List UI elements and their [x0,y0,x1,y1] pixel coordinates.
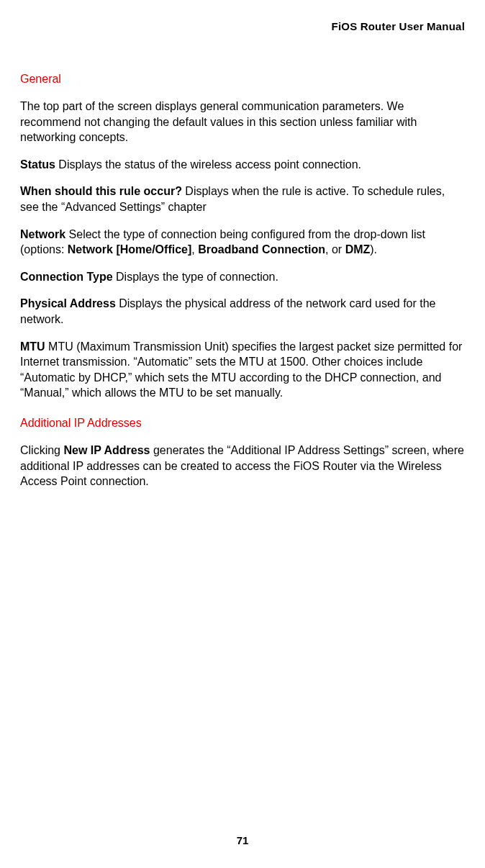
addip-text-1: Clicking [20,444,63,456]
when-label: When should this rule occur? [20,185,182,197]
network-bold-1: Network [Home/Office] [68,243,191,256]
network-label: Network [20,228,65,240]
section-heading-additional-ip: Additional IP Addresses [20,417,465,430]
document-header: FiOS Router User Manual [20,20,465,32]
network-bold-2: Broadband Connection [198,243,325,256]
network-paragraph: Network Select the type of connection be… [20,227,465,258]
conntype-paragraph: Connection Type Displays the type of con… [20,269,465,285]
network-bold-3: DMZ [345,243,371,256]
additional-ip-paragraph: Clicking New IP Address generates the “A… [20,443,465,489]
status-label: Status [20,158,55,171]
network-text-3: , or [325,243,345,256]
status-paragraph: Status Displays the status of the wirele… [20,157,465,173]
mtu-label: MTU [20,340,45,353]
when-paragraph: When should this rule occur? Displays wh… [20,184,465,214]
physaddr-paragraph: Physical Address Displays the physical a… [20,296,465,327]
page-number: 71 [0,834,485,846]
network-text-4: ). [370,243,377,256]
page-content: FiOS Router User Manual General The top … [0,0,485,489]
physaddr-label: Physical Address [20,297,116,309]
conntype-label: Connection Type [20,271,113,283]
status-text: Displays the status of the wireless acce… [55,158,361,171]
addip-bold-1: New IP Address [63,444,150,456]
section-heading-general: General [20,73,465,86]
network-text-2: , [191,243,198,256]
mtu-paragraph: MTU MTU (Maximum Transmission Unit) spec… [20,339,465,401]
intro-paragraph: The top part of the screen displays gene… [20,99,465,145]
conntype-text: Displays the type of connection. [113,271,278,283]
mtu-text: MTU (Maximum Transmission Unit) specifie… [20,340,462,399]
